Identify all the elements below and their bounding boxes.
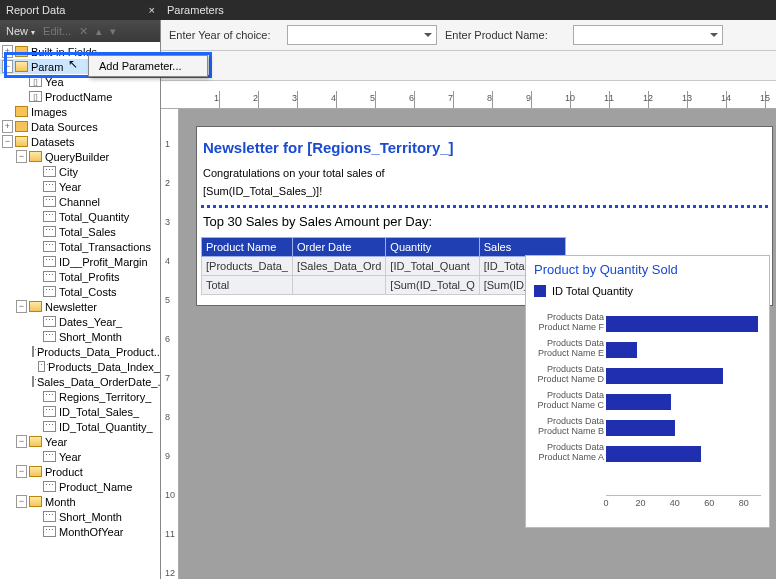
tree-item-id-profit-margin[interactable]: ID__Profit_Margin xyxy=(0,254,160,269)
tree-item-newsletter[interactable]: −Newsletter xyxy=(0,299,160,314)
chart-legend: ID Total Quantity xyxy=(534,285,761,297)
report-data-panel: New ▾ Edit... ✕ ▴ ▾ +Built-in Fields−Par… xyxy=(0,20,161,579)
context-menu[interactable]: Add Parameter... xyxy=(88,55,208,77)
tree-item-id-total-quantity-[interactable]: ID_Total_Quantity_ xyxy=(0,419,160,434)
table-header[interactable]: Product Name xyxy=(202,238,293,257)
bar-label: Products DataProduct Name D xyxy=(534,365,604,385)
bar-label: Products DataProduct Name A xyxy=(534,443,604,463)
parameters-title-text: Parameters xyxy=(167,4,224,16)
parameters-bar: Enter Year of choice: Enter Product Name… xyxy=(161,20,776,51)
param-product-label: Enter Product Name: xyxy=(445,29,565,41)
tree-item-product-name[interactable]: Product_Name xyxy=(0,479,160,494)
table-header[interactable]: Sales xyxy=(479,238,565,257)
chart-bar xyxy=(606,446,701,462)
tree-item-month[interactable]: −Month xyxy=(0,494,160,509)
chart-bar xyxy=(606,368,723,384)
table-cell[interactable] xyxy=(292,276,385,295)
tree-item-year[interactable]: Year xyxy=(0,449,160,464)
tree-item-images[interactable]: Images xyxy=(0,104,160,119)
table-cell[interactable]: Total xyxy=(202,276,293,295)
move-up-icon[interactable]: ▴ xyxy=(96,25,102,38)
bar-label: Products DataProduct Name C xyxy=(534,391,604,411)
table-cell[interactable]: [ID_Total_Quant xyxy=(386,257,479,276)
tree-item-productname[interactable]: ProductName xyxy=(0,89,160,104)
bar-label: Products DataProduct Name B xyxy=(534,417,604,437)
tree-item-total-costs[interactable]: Total_Costs xyxy=(0,284,160,299)
tree-item-products-data-index-[interactable]: Products_Data_Index_ xyxy=(0,359,160,374)
move-down-icon[interactable]: ▾ xyxy=(110,25,116,38)
edit-button[interactable]: Edit... xyxy=(43,25,71,37)
tree-item-year[interactable]: −Year xyxy=(0,434,160,449)
tree-item-querybuilder[interactable]: −QueryBuilder xyxy=(0,149,160,164)
tree-item-sales-data-orderdate-[interactable]: Sales_Data_OrderDate_... xyxy=(0,374,160,389)
tree-item-product[interactable]: −Product xyxy=(0,464,160,479)
new-button[interactable]: New ▾ xyxy=(6,25,35,37)
report-data-toolbar: New ▾ Edit... ✕ ▴ ▾ xyxy=(0,20,160,42)
divider-dots xyxy=(201,205,768,208)
tree-item-total-sales[interactable]: Total_Sales xyxy=(0,224,160,239)
tree-item-monthofyear[interactable]: MonthOfYear xyxy=(0,524,160,539)
newsletter-title[interactable]: Newsletter for [Regions_Territory_] xyxy=(201,137,768,164)
chart-bar xyxy=(606,394,671,410)
chart-bar xyxy=(606,342,637,358)
tree-item-datasets[interactable]: −Datasets xyxy=(0,134,160,149)
legend-label: ID Total Quantity xyxy=(552,285,633,297)
param-product-select[interactable] xyxy=(573,25,723,45)
param-year-select[interactable] xyxy=(287,25,437,45)
tree-item-regions-territory-[interactable]: Regions_Territory_ xyxy=(0,389,160,404)
table-cell[interactable]: [Products_Data_ xyxy=(202,257,293,276)
tree-item-dates-year-[interactable]: Dates_Year_ xyxy=(0,314,160,329)
report-data-panel-title: Report Data × xyxy=(0,0,161,20)
delete-icon[interactable]: ✕ xyxy=(79,25,88,38)
table-cell[interactable]: [Sales_Data_Ord xyxy=(292,257,385,276)
chart-bar xyxy=(606,420,675,436)
chart-bar xyxy=(606,316,758,332)
horizontal-ruler: 1234567891011121314151617 xyxy=(161,91,776,109)
chart-title: Product by Quantity Sold xyxy=(534,262,761,277)
subheading[interactable]: Top 30 Sales by Sales Amount per Day: xyxy=(203,214,766,229)
tree-item-short-month[interactable]: Short_Month xyxy=(0,329,160,344)
parameters-panel-title: Parameters xyxy=(161,0,776,20)
parameters-bar-row2 xyxy=(161,51,776,81)
chart-panel[interactable]: Product by Quantity Sold ID Total Quanti… xyxy=(525,255,770,528)
tree-item-total-quantity[interactable]: Total_Quantity xyxy=(0,209,160,224)
table-header[interactable]: Order Date xyxy=(292,238,385,257)
vertical-ruler: 123456789101112 xyxy=(161,109,179,579)
sales-table[interactable]: Product NameOrder DateQuantitySales [Pro… xyxy=(201,237,566,295)
newsletter-body[interactable]: Congratulations on your total sales of [… xyxy=(201,164,768,199)
report-data-tree[interactable]: +Built-in Fields−ParamYeaProductNameImag… xyxy=(0,42,160,579)
tree-item-short-month[interactable]: Short_Month xyxy=(0,509,160,524)
table-cell[interactable]: [Sum(ID_Total_Q xyxy=(386,276,479,295)
tree-item-city[interactable]: City xyxy=(0,164,160,179)
table-header[interactable]: Quantity xyxy=(386,238,479,257)
legend-swatch xyxy=(534,285,546,297)
tree-item-year[interactable]: Year xyxy=(0,179,160,194)
chart-axis: 020406080 xyxy=(606,495,761,511)
report-data-title-text: Report Data xyxy=(6,4,65,16)
tree-item-total-profits[interactable]: Total_Profits xyxy=(0,269,160,284)
bar-label: Products DataProduct Name E xyxy=(534,339,604,359)
param-year-label: Enter Year of choice: xyxy=(169,29,279,41)
tree-item-products-data-product-[interactable]: Products_Data_Product... xyxy=(0,344,160,359)
tree-item-channel[interactable]: Channel xyxy=(0,194,160,209)
chart-bars: Products DataProduct Name FProducts Data… xyxy=(534,311,761,491)
add-parameter-menu-item[interactable]: Add Parameter... xyxy=(89,56,207,76)
bar-label: Products DataProduct Name F xyxy=(534,313,604,333)
tree-item-total-transactions[interactable]: Total_Transactions xyxy=(0,239,160,254)
close-icon[interactable]: × xyxy=(149,4,155,16)
tree-item-id-total-sales-[interactable]: ID_Total_Sales_ xyxy=(0,404,160,419)
tree-item-data-sources[interactable]: +Data Sources xyxy=(0,119,160,134)
